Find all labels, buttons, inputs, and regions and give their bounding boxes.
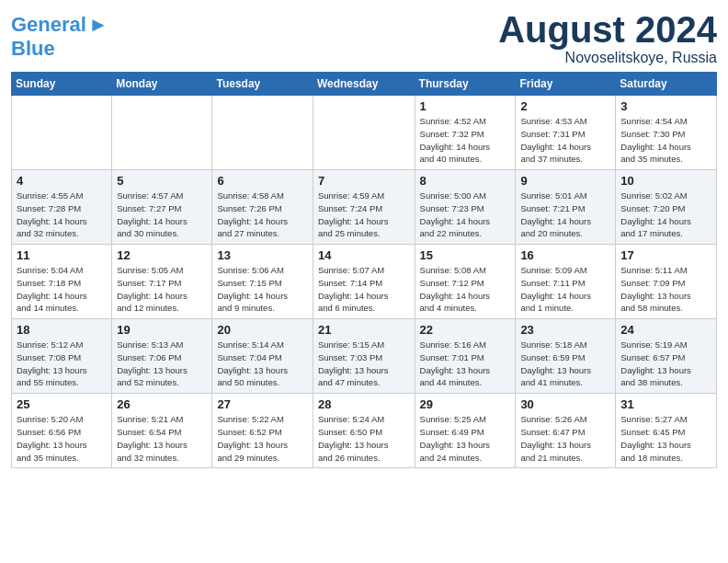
day-info: Sunrise: 5:06 AM Sunset: 7:15 PM Dayligh… [217, 264, 307, 315]
calendar-table: SundayMondayTuesdayWednesdayThursdayFrid… [11, 72, 717, 468]
day-info: Sunrise: 5:07 AM Sunset: 7:14 PM Dayligh… [318, 264, 410, 315]
day-header-wednesday: Wednesday [313, 73, 415, 96]
day-info: Sunrise: 5:26 AM Sunset: 6:47 PM Dayligh… [520, 413, 610, 464]
day-number: 16 [520, 248, 610, 262]
calendar-cell-1-2 [112, 96, 212, 170]
day-info: Sunrise: 4:57 AM Sunset: 7:27 PM Dayligh… [117, 190, 207, 240]
logo: General ► Blue [11, 9, 108, 61]
day-number: 2 [520, 99, 610, 113]
day-info: Sunrise: 5:27 AM Sunset: 6:45 PM Dayligh… [620, 413, 711, 464]
day-number: 15 [420, 248, 511, 262]
day-info: Sunrise: 5:11 AM Sunset: 7:09 PM Dayligh… [620, 264, 711, 315]
logo-text: General [11, 14, 86, 36]
calendar-week-2: 4Sunrise: 4:55 AM Sunset: 7:28 PM Daylig… [12, 170, 717, 245]
calendar-cell-4-6: 23Sunrise: 5:18 AM Sunset: 6:59 PM Dayli… [516, 319, 616, 394]
calendar-cell-4-3: 20Sunrise: 5:14 AM Sunset: 7:04 PM Dayli… [212, 319, 313, 394]
day-number: 25 [17, 397, 107, 411]
day-info: Sunrise: 5:02 AM Sunset: 7:20 PM Dayligh… [620, 190, 711, 240]
calendar-cell-2-1: 4Sunrise: 4:55 AM Sunset: 7:28 PM Daylig… [12, 170, 112, 245]
day-header-tuesday: Tuesday [212, 73, 313, 96]
month-title: August 2024 [498, 9, 717, 50]
calendar-cell-1-7: 3Sunrise: 4:54 AM Sunset: 7:30 PM Daylig… [616, 96, 717, 170]
calendar-cell-4-7: 24Sunrise: 5:19 AM Sunset: 6:57 PM Dayli… [616, 319, 717, 394]
day-number: 9 [520, 174, 610, 188]
day-number: 20 [217, 323, 307, 337]
calendar-cell-4-2: 19Sunrise: 5:13 AM Sunset: 7:06 PM Dayli… [112, 319, 212, 394]
calendar-cell-2-4: 7Sunrise: 4:59 AM Sunset: 7:24 PM Daylig… [313, 170, 415, 245]
day-info: Sunrise: 5:12 AM Sunset: 7:08 PM Dayligh… [17, 339, 107, 389]
day-number: 31 [620, 397, 711, 411]
day-info: Sunrise: 4:58 AM Sunset: 7:26 PM Dayligh… [217, 190, 307, 240]
day-info: Sunrise: 5:16 AM Sunset: 7:01 PM Dayligh… [420, 339, 511, 389]
day-info: Sunrise: 4:53 AM Sunset: 7:31 PM Dayligh… [520, 115, 610, 166]
day-number: 6 [217, 174, 307, 188]
calendar-cell-1-6: 2Sunrise: 4:53 AM Sunset: 7:31 PM Daylig… [516, 96, 616, 170]
calendar-cell-5-6: 30Sunrise: 5:26 AM Sunset: 6:47 PM Dayli… [516, 394, 616, 468]
day-info: Sunrise: 5:24 AM Sunset: 6:50 PM Dayligh… [318, 413, 410, 464]
calendar-cell-5-4: 28Sunrise: 5:24 AM Sunset: 6:50 PM Dayli… [313, 394, 415, 468]
day-info: Sunrise: 5:18 AM Sunset: 6:59 PM Dayligh… [520, 339, 610, 389]
calendar-cell-2-2: 5Sunrise: 4:57 AM Sunset: 7:27 PM Daylig… [112, 170, 212, 245]
day-info: Sunrise: 5:14 AM Sunset: 7:04 PM Dayligh… [217, 339, 307, 389]
day-info: Sunrise: 5:01 AM Sunset: 7:21 PM Dayligh… [520, 190, 610, 240]
day-info: Sunrise: 5:04 AM Sunset: 7:18 PM Dayligh… [17, 264, 107, 315]
calendar-cell-2-7: 10Sunrise: 5:02 AM Sunset: 7:20 PM Dayli… [616, 170, 717, 245]
day-info: Sunrise: 5:21 AM Sunset: 6:54 PM Dayligh… [117, 413, 207, 464]
day-info: Sunrise: 5:22 AM Sunset: 6:52 PM Dayligh… [217, 413, 307, 464]
day-number: 12 [117, 248, 207, 262]
calendar-cell-4-5: 22Sunrise: 5:16 AM Sunset: 7:01 PM Dayli… [415, 319, 516, 394]
calendar-week-4: 18Sunrise: 5:12 AM Sunset: 7:08 PM Dayli… [12, 319, 717, 394]
day-info: Sunrise: 5:05 AM Sunset: 7:17 PM Dayligh… [117, 264, 207, 315]
page: General ► Blue August 2024 Novoselitskoy… [0, 0, 728, 477]
calendar-cell-3-7: 17Sunrise: 5:11 AM Sunset: 7:09 PM Dayli… [616, 245, 717, 319]
logo-blue-text: Blue [11, 37, 55, 61]
day-number: 11 [17, 248, 107, 262]
calendar-cell-3-2: 12Sunrise: 5:05 AM Sunset: 7:17 PM Dayli… [112, 245, 212, 319]
day-number: 7 [318, 174, 410, 188]
calendar-cell-3-1: 11Sunrise: 5:04 AM Sunset: 7:18 PM Dayli… [12, 245, 112, 319]
day-header-thursday: Thursday [415, 73, 516, 96]
day-header-sunday: Sunday [12, 73, 112, 96]
day-info: Sunrise: 5:00 AM Sunset: 7:23 PM Dayligh… [420, 190, 511, 240]
calendar-cell-2-6: 9Sunrise: 5:01 AM Sunset: 7:21 PM Daylig… [516, 170, 616, 245]
calendar-cell-5-2: 26Sunrise: 5:21 AM Sunset: 6:54 PM Dayli… [112, 394, 212, 468]
calendar-cell-3-6: 16Sunrise: 5:09 AM Sunset: 7:11 PM Dayli… [516, 245, 616, 319]
calendar-cell-1-3 [212, 96, 313, 170]
day-header-friday: Friday [516, 73, 616, 96]
calendar-cell-5-5: 29Sunrise: 5:25 AM Sunset: 6:49 PM Dayli… [415, 394, 516, 468]
day-number: 4 [17, 174, 107, 188]
day-number: 29 [420, 397, 511, 411]
calendar-cell-5-7: 31Sunrise: 5:27 AM Sunset: 6:45 PM Dayli… [616, 394, 717, 468]
day-number: 21 [318, 323, 410, 337]
day-header-saturday: Saturday [616, 73, 717, 96]
calendar-cell-3-4: 14Sunrise: 5:07 AM Sunset: 7:14 PM Dayli… [313, 245, 415, 319]
day-number: 1 [420, 99, 511, 113]
calendar-cell-3-3: 13Sunrise: 5:06 AM Sunset: 7:15 PM Dayli… [212, 245, 313, 319]
day-info: Sunrise: 4:59 AM Sunset: 7:24 PM Dayligh… [318, 190, 410, 240]
day-number: 27 [217, 397, 307, 411]
day-number: 8 [420, 174, 511, 188]
day-number: 28 [318, 397, 410, 411]
day-number: 3 [620, 99, 711, 113]
calendar-cell-3-5: 15Sunrise: 5:08 AM Sunset: 7:12 PM Dayli… [415, 245, 516, 319]
calendar-header-row: SundayMondayTuesdayWednesdayThursdayFrid… [12, 73, 717, 96]
calendar-cell-2-3: 6Sunrise: 4:58 AM Sunset: 7:26 PM Daylig… [212, 170, 313, 245]
day-number: 30 [520, 397, 610, 411]
day-number: 26 [117, 397, 207, 411]
day-number: 17 [620, 248, 711, 262]
title-area: August 2024 Novoselitskoye, Russia [498, 9, 717, 66]
calendar-week-5: 25Sunrise: 5:20 AM Sunset: 6:56 PM Dayli… [12, 394, 717, 468]
day-info: Sunrise: 5:13 AM Sunset: 7:06 PM Dayligh… [117, 339, 207, 389]
calendar-cell-5-3: 27Sunrise: 5:22 AM Sunset: 6:52 PM Dayli… [212, 394, 313, 468]
day-number: 24 [620, 323, 711, 337]
day-number: 18 [17, 323, 107, 337]
calendar-cell-1-4 [313, 96, 415, 170]
day-number: 10 [620, 174, 711, 188]
calendar-week-3: 11Sunrise: 5:04 AM Sunset: 7:18 PM Dayli… [12, 245, 717, 319]
day-number: 22 [420, 323, 511, 337]
day-number: 19 [117, 323, 207, 337]
day-number: 13 [217, 248, 307, 262]
calendar-cell-4-4: 21Sunrise: 5:15 AM Sunset: 7:03 PM Dayli… [313, 319, 415, 394]
location: Novoselitskoye, Russia [498, 50, 717, 66]
day-info: Sunrise: 4:55 AM Sunset: 7:28 PM Dayligh… [17, 190, 107, 240]
